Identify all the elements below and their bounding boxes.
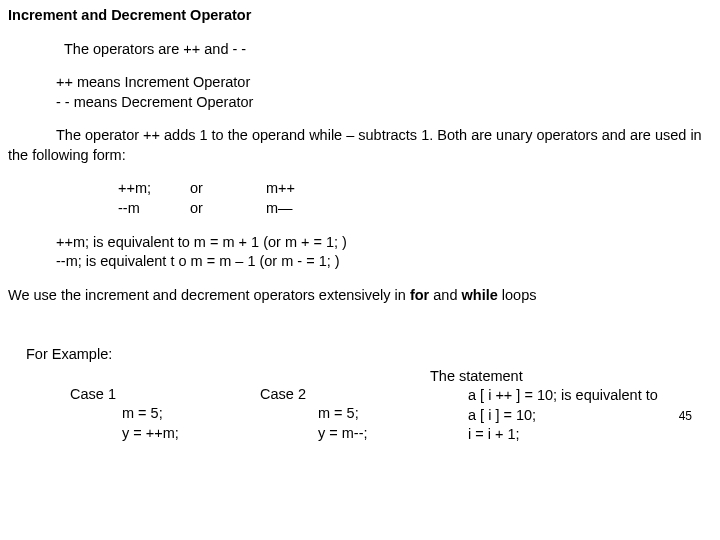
usage-text: We use the increment and decrement opera… [8,287,410,303]
cell: ++m; [118,179,190,199]
cell: m++ [266,179,326,199]
cell: or [190,179,266,199]
case1-line1: m = 5; [70,404,260,424]
examples-row: Case 1 m = 5; y = ++m; Case 2 m = 5; y =… [8,367,712,445]
case1-line2: y = ++m; [70,424,260,444]
usage-for: for [410,287,433,303]
case1-title: Case 1 [70,385,260,405]
page-title: Increment and Decrement Operator [8,6,712,26]
case2-title: Case 2 [260,385,430,405]
usage-and: and [433,287,461,303]
case2-line1: m = 5; [260,404,430,424]
statement-line3: i = i + 1; [430,425,712,445]
description-para: The operator ++ adds 1 to the operand wh… [8,126,712,165]
usage-post: loops [502,287,537,303]
description-text: The operator ++ adds 1 to the operand wh… [8,127,702,163]
statement-line1: a [ i ++ ] = 10; is equivalent to [430,386,712,406]
def-decrement: - - means Decrement Operator [8,93,712,113]
equivalence-1: ++m; is equivalent to m = m + 1 (or m + … [8,233,712,253]
cell: m— [266,199,326,219]
equivalence-2: --m; is equivalent t o m = m – 1 (or m -… [8,252,712,272]
case2-line2: y = m--; [260,424,430,444]
statement-heading: The statement [430,367,712,387]
cell: or [190,199,266,219]
usage-sentence: We use the increment and decrement opera… [8,286,712,306]
def-increment: ++ means Increment Operator [8,73,712,93]
statement-line2: a [ i ] = 10; [468,406,679,426]
page-number: 45 [679,408,712,424]
cell: --m [118,199,190,219]
intro-text: The operators are ++ and - - [8,40,712,60]
for-example-label: For Example: [8,345,712,365]
operator-forms-table: ++m; or m++ --m or m— [8,179,712,218]
usage-while: while [462,287,502,303]
